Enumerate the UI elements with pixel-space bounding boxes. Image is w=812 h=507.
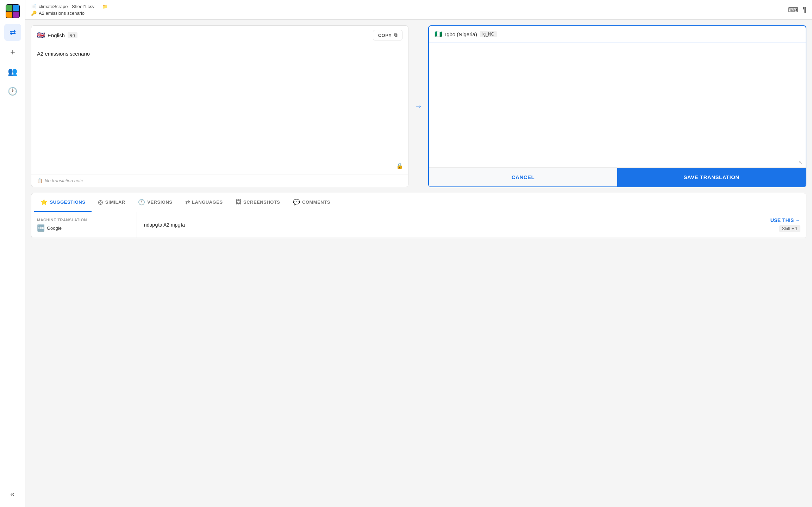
panels-row: 🇬🇧 English en COPY ⧉ A2 emissions scenar… [31,25,806,187]
translate-icon: ⇄ [10,28,16,37]
tab-comments[interactable]: 💬 COMMENTS [287,193,337,212]
cancel-button[interactable]: CANCEL [429,168,617,186]
source-text-content: A2 emissions scenario 🔒 [31,45,408,174]
target-panel: 🇳🇬 Igbo (Nigeria) ig_NG ⤡ CANCEL SAVE TR… [428,25,806,187]
file-name: climateScrape - Sheet1.csv [39,4,94,9]
paragraph-icon[interactable]: ¶ [802,6,806,14]
sidebar-item-collapse[interactable]: « [4,486,21,503]
tab-suggestions-label: SUGGESTIONS [50,199,86,205]
translation-area: 🇬🇧 English en COPY ⧉ A2 emissions scenar… [25,20,812,507]
topbar-left: 📄 climateScrape - Sheet1.csv 📁 --- 🔑 A2 … [31,4,114,16]
tab-similar-label: SIMILAR [105,199,125,205]
copy-label: COPY [378,33,392,38]
main-content: 📄 climateScrape - Sheet1.csv 📁 --- 🔑 A2 … [25,0,812,507]
tab-screenshots[interactable]: 🖼 SCREENSHOTS [229,193,287,212]
target-language-label: 🇳🇬 Igbo (Nigeria) ig_NG [435,30,497,38]
users-icon: 👥 [8,67,17,76]
use-this-button[interactable]: USE THIS → [770,217,800,223]
source-lang-code: en [68,32,77,38]
suggestion-source-label: MACHINE TRANSLATION [37,218,131,222]
folder-path: --- [110,4,114,9]
comments-icon: 💬 [293,199,300,205]
use-this-label: USE THIS [770,217,794,223]
tab-languages[interactable]: ⇄ LANGUAGES [179,193,229,212]
suggestion-row: MACHINE TRANSLATION 🔤 Google ndapu̧ta A2… [31,212,806,238]
tab-comments-label: COMMENTS [302,199,330,205]
source-panel-footer: 📋 No translation note [31,174,408,187]
save-translation-button[interactable]: SAVE TRANSLATION [617,168,806,186]
suggestion-provider: 🔤 Google [37,224,131,232]
add-icon: ＋ [9,47,17,57]
target-lang-code: ig_NG [480,31,497,37]
lock-icon: 🔒 [396,163,403,169]
note-icon: 📋 [37,178,43,183]
source-flag: 🇬🇧 [37,31,45,39]
target-actions: CANCEL SAVE TRANSLATION [429,167,806,186]
app-logo [6,4,20,18]
target-language-name: Igbo (Nigeria) [445,31,477,37]
sidebar-item-translate[interactable]: ⇄ [4,24,21,41]
tabs-row: ⭐ SUGGESTIONS ◎ SIMILAR 🕐 VERSIONS ⇄ LAN… [31,193,806,212]
keyboard-icon[interactable]: ⌨ [788,6,798,14]
topbar-file-row: 📄 climateScrape - Sheet1.csv 📁 --- [31,4,114,9]
suggestion-source: MACHINE TRANSLATION 🔤 Google [31,212,137,237]
tab-versions[interactable]: 🕐 VERSIONS [132,193,179,212]
topbar: 📄 climateScrape - Sheet1.csv 📁 --- 🔑 A2 … [25,0,812,20]
direction-arrow: → [414,101,423,111]
suggestion-text: ndapu̧ta A2 mpu̧ta [137,216,765,233]
svg-rect-2 [13,5,19,11]
suggestion-actions: USE THIS → Shift + 1 [765,213,806,236]
topbar-right: ⌨ ¶ [788,6,806,14]
similar-icon: ◎ [98,199,103,205]
versions-icon: 🕐 [138,199,145,205]
copy-button[interactable]: COPY ⧉ [373,30,402,40]
svg-rect-4 [13,12,19,18]
resize-handle: ⤡ [799,160,803,165]
folder-icon: 📁 [102,4,108,9]
tab-versions-label: VERSIONS [147,199,172,205]
source-text: A2 emissions scenario [37,51,90,57]
target-flag: 🇳🇬 [435,30,442,38]
save-label: SAVE TRANSLATION [683,174,739,180]
history-icon: 🕐 [8,87,17,96]
sidebar-item-users[interactable]: 👥 [4,63,21,80]
tab-languages-label: LANGUAGES [192,199,223,205]
languages-icon: ⇄ [185,199,190,205]
topbar-string-row: 🔑 A2 emissions scenario [31,11,114,16]
source-language-label: 🇬🇧 English en [37,31,77,39]
source-panel-header: 🇬🇧 English en COPY ⧉ [31,26,408,45]
tab-suggestions[interactable]: ⭐ SUGGESTIONS [34,193,92,212]
svg-rect-3 [6,12,12,18]
cancel-label: CANCEL [512,174,535,180]
key-icon: 🔑 [31,11,37,16]
tab-screenshots-label: SCREENSHOTS [243,199,280,205]
collapse-icon: « [10,490,14,499]
sidebar: ⇄ ＋ 👥 🕐 « [0,0,25,507]
translation-note: No translation note [45,178,83,183]
google-translate-icon: 🔤 [37,224,45,232]
screenshots-icon: 🖼 [236,199,242,205]
file-icon: 📄 [31,4,37,9]
sidebar-item-history[interactable]: 🕐 [4,83,21,100]
tab-similar[interactable]: ◎ SIMILAR [92,193,131,212]
shortcut-badge: Shift + 1 [779,225,800,232]
sidebar-item-add[interactable]: ＋ [4,44,21,61]
use-this-arrow: → [795,217,800,223]
target-translation-input[interactable] [429,43,806,167]
bottom-section: ⭐ SUGGESTIONS ◎ SIMILAR 🕐 VERSIONS ⇄ LAN… [31,193,806,238]
svg-rect-1 [6,5,12,11]
string-key: A2 emissions scenario [39,11,85,16]
target-panel-header: 🇳🇬 Igbo (Nigeria) ig_NG [429,26,806,43]
source-panel: 🇬🇧 English en COPY ⧉ A2 emissions scenar… [31,25,408,187]
arrow-divider: → [408,25,428,187]
suggestions-icon: ⭐ [40,199,48,205]
source-language-name: English [48,32,65,38]
provider-name: Google [47,226,62,231]
copy-icon: ⧉ [394,32,398,38]
